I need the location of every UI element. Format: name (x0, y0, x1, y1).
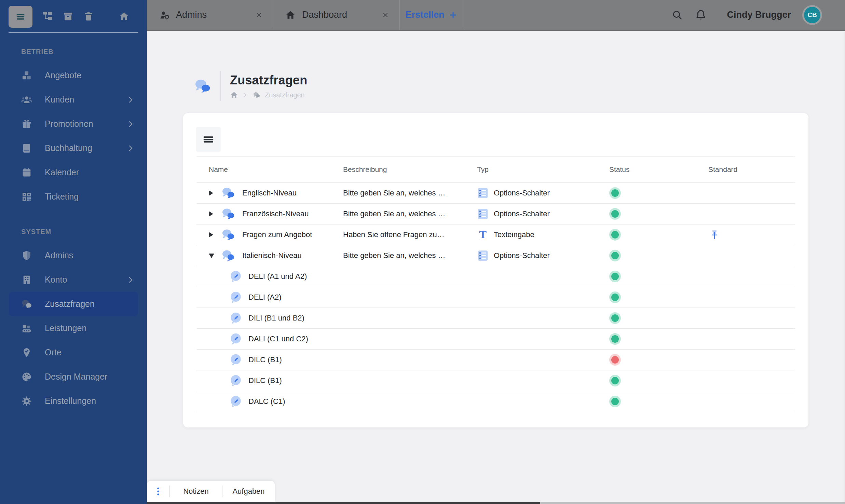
page-header: Zusatzfragen Zusatzfragen (193, 71, 307, 101)
name-cell: DILI (B1 und B2) (196, 312, 343, 325)
row-status (609, 294, 708, 301)
sidebar-item-einstellungen[interactable]: Einstellungen (0, 389, 147, 413)
name-cell: Italienisch-Niveau (196, 248, 343, 263)
avatar[interactable]: CB (804, 7, 820, 23)
pencil-bubble-icon (229, 395, 242, 408)
bottom-progress-strip (147, 502, 845, 504)
table-menu-button[interactable] (196, 127, 221, 152)
sidebar-item-buchhaltung[interactable]: Buchhaltung (0, 136, 147, 160)
row-description: Haben Sie offene Fragen zu… (343, 230, 477, 239)
sidebar-nav: BETRIEBAngeboteKundenPromotionenBuchhalt… (0, 48, 147, 413)
sidebar-item-label: Kunden (45, 95, 126, 105)
sidebar-item-konto[interactable]: Konto (0, 268, 147, 292)
notifications-bell-icon[interactable] (695, 9, 707, 21)
column-header-status: Status (609, 165, 708, 174)
chevron-right-icon (126, 96, 135, 104)
table-row[interactable]: Fragen zum AngebotHaben Sie offene Frage… (196, 224, 795, 245)
close-icon[interactable] (255, 11, 263, 19)
row-status (609, 189, 708, 197)
chat-bubbles-icon (220, 207, 236, 221)
sidebar-item-kunden[interactable]: Kunden (0, 87, 147, 112)
more-options-icon[interactable] (147, 486, 169, 496)
sidebar-section-title: SYSTEM (0, 228, 147, 236)
trash-icon[interactable] (78, 11, 99, 22)
close-icon[interactable] (382, 11, 389, 19)
pencil-bubble-icon (229, 270, 242, 283)
search-icon[interactable] (671, 9, 683, 21)
tab-bar: AdminsDashboardErstellen (147, 0, 463, 30)
column-header-beschreibung: Beschreibung (343, 165, 477, 174)
sidebar-item-ticketing[interactable]: Ticketing (0, 185, 147, 209)
home-icon (285, 10, 296, 21)
sidebar-menu-button[interactable] (9, 6, 32, 28)
gear-icon (19, 396, 35, 407)
chat-bubbles-icon (220, 248, 236, 263)
table-child-row[interactable]: DALC (C1) (196, 391, 795, 412)
status-dot-green (611, 189, 619, 197)
table-child-row[interactable]: DALI (C1 und C2) (196, 329, 795, 350)
chat-bubbles-icon (220, 228, 236, 242)
table-child-row[interactable]: DILC (B1) (196, 370, 795, 391)
sidebar-item-angebote[interactable]: Angebote (0, 63, 147, 87)
row-name: DALI (C1 und C2) (248, 335, 308, 343)
archive-icon[interactable] (58, 11, 78, 22)
breadcrumb-chat-icon (253, 91, 261, 99)
tab-admins[interactable]: Admins (147, 0, 273, 30)
tab-dashboard[interactable]: Dashboard (273, 0, 400, 30)
status-dot-green (611, 273, 619, 280)
sidebar-item-admins[interactable]: Admins (0, 243, 147, 268)
breadcrumb: Zusatzfragen (230, 91, 307, 99)
row-description: Bitte geben Sie an, welches … (343, 189, 477, 197)
caret-right-icon[interactable] (209, 232, 219, 237)
create-tab-label: Erstellen (405, 10, 444, 20)
row-name: Englisch-Niveau (242, 189, 297, 197)
table-row[interactable]: Französisch-NiveauBitte geben Sie an, we… (196, 204, 795, 224)
status-dot-green (611, 335, 619, 343)
sidebar-item-kalender[interactable]: Kalender (0, 160, 147, 185)
sidebar-item-label: Angebote (45, 70, 138, 80)
status-dot-green (611, 377, 619, 384)
caret-right-icon[interactable] (209, 211, 219, 217)
sidebar-item-zusatzfragen[interactable]: Zusatzfragen (9, 292, 138, 316)
caret-down-icon[interactable] (209, 254, 219, 258)
user-name[interactable]: Cindy Brugger (727, 10, 791, 20)
status-dot-green (611, 231, 619, 239)
name-cell: DELI (A2) (196, 291, 343, 304)
row-name: Italienisch-Niveau (242, 251, 302, 260)
table-child-row[interactable]: DELI (A1 und A2) (196, 266, 795, 287)
pencil-bubble-icon (229, 312, 242, 325)
chevron-right-icon (126, 120, 135, 128)
breadcrumb-home-icon[interactable] (230, 91, 238, 99)
home-icon[interactable] (114, 11, 134, 22)
sidebar-item-promotionen[interactable]: Promotionen (0, 112, 147, 136)
table-child-row[interactable]: DILC (B1) (196, 350, 795, 370)
row-status (609, 314, 708, 322)
tab-label: Admins (176, 10, 249, 20)
pin-standard-icon (708, 229, 721, 241)
sidebar-item-design-manager[interactable]: Design Manager (0, 365, 147, 389)
sidebar-item-orte[interactable]: Orte (0, 340, 147, 365)
table-row[interactable]: Englisch-NiveauBitte geben Sie an, welch… (196, 183, 795, 204)
table-row[interactable]: Italienisch-NiveauBitte geben Sie an, we… (196, 245, 795, 266)
folder-tree-icon[interactable] (37, 11, 58, 22)
options-list-icon (477, 250, 489, 261)
tab-create-new[interactable]: Erstellen (400, 0, 463, 30)
dock-item-notizen[interactable]: Notizen (170, 487, 222, 496)
table-child-row[interactable]: DILI (B1 und B2) (196, 308, 795, 329)
sidebar-item-label: Einstellungen (45, 396, 138, 406)
sidebar-item-leistungen[interactable]: Leistungen (0, 316, 147, 340)
pencil-bubble-icon (229, 353, 242, 366)
topbar-right: Cindy Brugger CB (671, 0, 845, 30)
pencil-bubble-icon (229, 332, 242, 345)
text-input-icon: T (477, 229, 489, 241)
dock-item-aufgaben[interactable]: Aufgaben (222, 487, 275, 496)
scrollbar-track[interactable] (844, 32, 845, 504)
chat-icon (19, 298, 35, 310)
caret-right-icon[interactable] (209, 190, 219, 196)
bottom-dock: NotizenAufgaben (147, 481, 275, 502)
table-child-row[interactable]: DELI (A2) (196, 287, 795, 308)
questions-table: NameBeschreibungTypStatusStandardEnglisc… (196, 156, 795, 412)
menu-icon (15, 11, 26, 23)
row-type: Options-Schalter (477, 187, 609, 199)
svg-text:T: T (479, 229, 487, 241)
